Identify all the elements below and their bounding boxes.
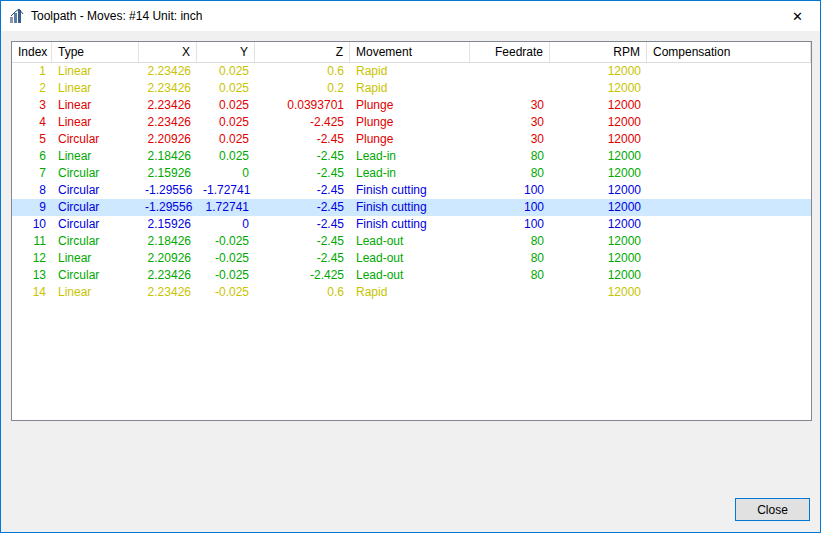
cell-type: Linear xyxy=(52,80,139,97)
cell-x: 2.23426 xyxy=(139,267,197,284)
dialog-body: IndexTypeXYZMovementFeedrateRPMCompensat… xyxy=(1,31,820,532)
cell-type: Circular xyxy=(52,233,139,250)
table-header: IndexTypeXYZMovementFeedrateRPMCompensat… xyxy=(12,42,811,63)
table-row[interactable]: 4Linear2.234260.025-2.425Plunge3012000 xyxy=(12,114,811,131)
cell-x: 2.20926 xyxy=(139,131,197,148)
cell-feedrate: 100 xyxy=(470,199,550,216)
cell-index: 2 xyxy=(12,80,52,97)
column-header-z[interactable]: Z xyxy=(255,42,350,62)
cell-index: 13 xyxy=(12,267,52,284)
cell-compensation xyxy=(647,131,811,148)
cell-index: 5 xyxy=(12,131,52,148)
table-body: 1Linear2.234260.0250.6Rapid120002Linear2… xyxy=(12,63,811,301)
table-row[interactable]: 3Linear2.234260.0250.0393701Plunge301200… xyxy=(12,97,811,114)
cell-x: 2.18426 xyxy=(139,148,197,165)
cell-movement: Finish cutting xyxy=(350,216,470,233)
cell-y: 0 xyxy=(197,216,255,233)
cell-index: 3 xyxy=(12,97,52,114)
cell-index: 6 xyxy=(12,148,52,165)
cell-y: 0.025 xyxy=(197,131,255,148)
table-row[interactable]: 11Circular2.18426-0.025-2.45Lead-out8012… xyxy=(12,233,811,250)
column-header-rpm[interactable]: RPM xyxy=(550,42,647,62)
cell-z: -2.425 xyxy=(255,267,350,284)
cell-feedrate: 30 xyxy=(470,131,550,148)
column-header-compensation[interactable]: Compensation xyxy=(647,42,811,62)
cell-y: 0.025 xyxy=(197,63,255,80)
app-icon xyxy=(9,8,25,24)
cell-compensation xyxy=(647,148,811,165)
cell-feedrate xyxy=(470,284,550,301)
cell-z: -2.45 xyxy=(255,182,350,199)
cell-compensation xyxy=(647,233,811,250)
table-row[interactable]: 9Circular-1.295561.72741-2.45Finish cutt… xyxy=(12,199,811,216)
cell-feedrate xyxy=(470,80,550,97)
cell-feedrate: 100 xyxy=(470,182,550,199)
cell-compensation xyxy=(647,267,811,284)
cell-rpm: 12000 xyxy=(550,148,647,165)
title-bar: Toolpath - Moves: #14 Unit: inch ✕ xyxy=(1,1,820,31)
cell-compensation xyxy=(647,114,811,131)
cell-movement: Rapid xyxy=(350,63,470,80)
cell-index: 11 xyxy=(12,233,52,250)
cell-movement: Plunge xyxy=(350,131,470,148)
cell-type: Circular xyxy=(52,165,139,182)
cell-y: -0.025 xyxy=(197,284,255,301)
cell-movement: Finish cutting xyxy=(350,182,470,199)
cell-type: Linear xyxy=(52,97,139,114)
cell-y: 0.025 xyxy=(197,114,255,131)
cell-movement: Lead-out xyxy=(350,233,470,250)
cell-y: -0.025 xyxy=(197,250,255,267)
cell-compensation xyxy=(647,216,811,233)
cell-y: -1.72741 xyxy=(197,182,255,199)
cell-movement: Lead-in xyxy=(350,148,470,165)
cell-compensation xyxy=(647,97,811,114)
cell-compensation xyxy=(647,80,811,97)
cell-feedrate: 80 xyxy=(470,165,550,182)
cell-z: -2.45 xyxy=(255,216,350,233)
cell-x: 2.15926 xyxy=(139,216,197,233)
cell-x: 2.23426 xyxy=(139,284,197,301)
window-close-button[interactable]: ✕ xyxy=(775,1,820,31)
cell-rpm: 12000 xyxy=(550,233,647,250)
cell-z: -2.45 xyxy=(255,199,350,216)
table-row[interactable]: 7Circular2.159260-2.45Lead-in8012000 xyxy=(12,165,811,182)
close-button[interactable]: Close xyxy=(735,498,810,521)
table-row[interactable]: 6Linear2.184260.025-2.45Lead-in8012000 xyxy=(12,148,811,165)
cell-index: 10 xyxy=(12,216,52,233)
cell-rpm: 12000 xyxy=(550,182,647,199)
cell-x: -1.29556 xyxy=(139,199,197,216)
cell-rpm: 12000 xyxy=(550,165,647,182)
table-row[interactable]: 8Circular-1.29556-1.72741-2.45Finish cut… xyxy=(12,182,811,199)
cell-movement: Lead-out xyxy=(350,250,470,267)
table-row[interactable]: 13Circular2.23426-0.025-2.425Lead-out801… xyxy=(12,267,811,284)
cell-z: -2.45 xyxy=(255,148,350,165)
cell-index: 4 xyxy=(12,114,52,131)
cell-rpm: 12000 xyxy=(550,267,647,284)
table-row[interactable]: 1Linear2.234260.0250.6Rapid12000 xyxy=(12,63,811,80)
table-row[interactable]: 5Circular2.209260.025-2.45Plunge3012000 xyxy=(12,131,811,148)
column-header-movement[interactable]: Movement xyxy=(350,42,470,62)
cell-z: 0.6 xyxy=(255,284,350,301)
cell-y: -0.025 xyxy=(197,233,255,250)
table-row[interactable]: 10Circular2.159260-2.45Finish cutting100… xyxy=(12,216,811,233)
column-header-feedrate[interactable]: Feedrate xyxy=(470,42,550,62)
cell-type: Linear xyxy=(52,63,139,80)
cell-z: -2.45 xyxy=(255,250,350,267)
moves-table: IndexTypeXYZMovementFeedrateRPMCompensat… xyxy=(11,41,812,421)
cell-movement: Plunge xyxy=(350,97,470,114)
cell-rpm: 12000 xyxy=(550,284,647,301)
window-title: Toolpath - Moves: #14 Unit: inch xyxy=(31,9,202,23)
column-header-index[interactable]: Index xyxy=(12,42,52,62)
column-header-y[interactable]: Y xyxy=(197,42,255,62)
table-row[interactable]: 2Linear2.234260.0250.2Rapid12000 xyxy=(12,80,811,97)
table-row[interactable]: 14Linear2.23426-0.0250.6Rapid12000 xyxy=(12,284,811,301)
column-header-type[interactable]: Type xyxy=(52,42,139,62)
cell-x: -1.29556 xyxy=(139,182,197,199)
dialog-window: Toolpath - Moves: #14 Unit: inch ✕ Index… xyxy=(0,0,821,533)
column-header-x[interactable]: X xyxy=(139,42,197,62)
cell-z: 0.0393701 xyxy=(255,97,350,114)
cell-x: 2.23426 xyxy=(139,63,197,80)
table-row[interactable]: 12Linear2.20926-0.025-2.45Lead-out801200… xyxy=(12,250,811,267)
cell-compensation xyxy=(647,182,811,199)
cell-feedrate xyxy=(470,63,550,80)
